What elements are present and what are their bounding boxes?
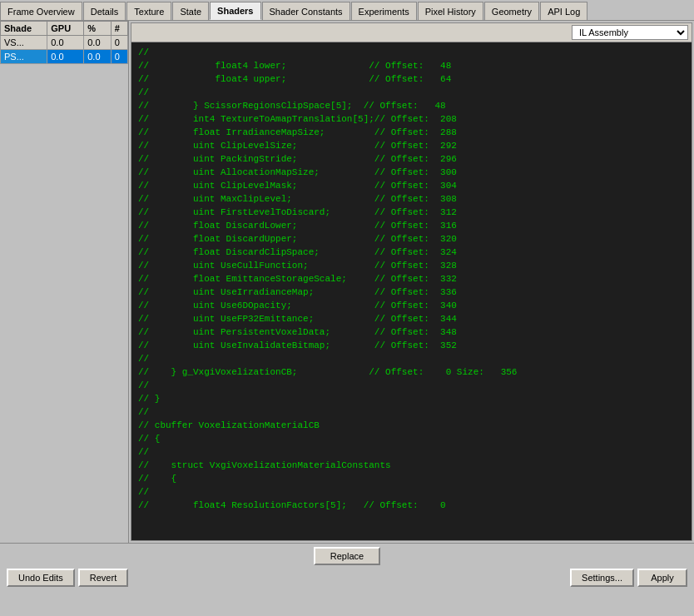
tab-experiments[interactable]: Experiments	[351, 2, 417, 20]
table-header-row: Shade GPU % #	[1, 22, 128, 36]
tab-frame-overview[interactable]: Frame Overview	[0, 2, 82, 20]
apply-button[interactable]: Apply	[637, 569, 687, 587]
tab-shaders[interactable]: Shaders	[210, 2, 260, 20]
col-hash: #	[111, 22, 127, 36]
assembly-dropdown[interactable]: IL Assembly HLSL ASM	[572, 25, 688, 40]
vs-shade: VS...	[1, 36, 47, 50]
shader-table: Shade GPU % # VS... 0.0 0.0 0 PS... 0.0 …	[0, 21, 128, 64]
settings-button[interactable]: Settings...	[570, 569, 634, 587]
tab-state[interactable]: State	[172, 2, 209, 20]
table-row[interactable]: PS... 0.0 0.0 0	[1, 50, 128, 64]
revert-button[interactable]: Revert	[78, 569, 128, 587]
vs-hash: 0	[111, 36, 127, 50]
tab-texture[interactable]: Texture	[126, 2, 171, 20]
right-panel: IL Assembly HLSL ASM // // float4 lower;…	[131, 22, 692, 541]
ps-shade: PS...	[1, 50, 47, 64]
ps-gpu: 0.0	[47, 50, 84, 64]
tab-api-log[interactable]: API Log	[540, 2, 587, 20]
tab-geometry[interactable]: Geometry	[484, 2, 539, 20]
tab-details[interactable]: Details	[83, 2, 126, 20]
ps-hash: 0	[111, 50, 127, 64]
assembly-toolbar: IL Assembly HLSL ASM	[131, 23, 692, 42]
code-area: // // float4 lower; // Offset: 48 // flo…	[131, 42, 692, 540]
bottom-bar: Replace Undo Edits Revert Settings... Ap…	[0, 543, 694, 593]
table-row[interactable]: VS... 0.0 0.0 0	[1, 36, 128, 50]
code-scroll[interactable]: // // float4 lower; // Offset: 48 // flo…	[131, 42, 692, 540]
tab-shader-constants[interactable]: Shader Constants	[262, 2, 350, 20]
left-panel: Shade GPU % # VS... 0.0 0.0 0 PS... 0.0 …	[0, 21, 129, 543]
vs-percent: 0.0	[84, 36, 112, 50]
col-shade: Shade	[1, 22, 47, 36]
vs-gpu: 0.0	[47, 36, 84, 50]
bottom-row1: Replace	[314, 547, 380, 565]
bottom-row2: Undo Edits Revert Settings... Apply	[7, 569, 687, 587]
col-gpu: GPU	[47, 22, 84, 36]
bottom-left-buttons: Undo Edits Revert	[7, 569, 128, 587]
tab-pixel-history[interactable]: Pixel History	[418, 2, 483, 20]
undo-edits-button[interactable]: Undo Edits	[7, 569, 75, 587]
replace-button[interactable]: Replace	[314, 547, 380, 565]
main-area: Shade GPU % # VS... 0.0 0.0 0 PS... 0.0 …	[0, 21, 694, 543]
ps-percent: 0.0	[84, 50, 112, 64]
code-content: // // float4 lower; // Offset: 48 // flo…	[131, 42, 692, 515]
bottom-right-buttons: Settings... Apply	[570, 569, 687, 587]
top-tab-bar: Frame Overview Details Texture State Sha…	[0, 0, 694, 21]
col-percent: %	[84, 22, 112, 36]
